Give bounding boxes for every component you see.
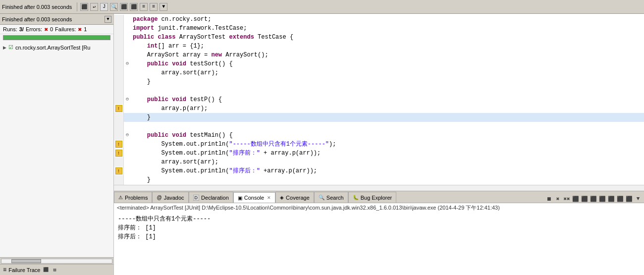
toolbar-icon-8[interactable]: ▼: [160, 3, 167, 11]
line-fold[interactable]: [124, 166, 131, 175]
line-gutter: [114, 33, 124, 42]
console-line-3: 排序后： [1]: [118, 232, 640, 241]
line-code: System.out.println("排序后：" +array.p(arr))…: [131, 166, 644, 175]
tabs-bar: ⚠ Problems @ Javadoc D Declaration ▣ Con…: [114, 191, 644, 203]
runs-label: Runs:: [3, 26, 17, 32]
toolbar-icon-7[interactable]: ≡: [150, 3, 158, 11]
line-fold[interactable]: [124, 149, 131, 158]
tab-action-4[interactable]: ⬛: [572, 195, 580, 203]
code-line: package cn.rocky.sort;: [114, 15, 644, 24]
line-gutter: [114, 184, 124, 185]
test-tree-item[interactable]: ▶ ☑ cn.rocky.sort.ArraySortTest [Ru: [0, 43, 113, 52]
toolbar-icon-1[interactable]: ⬛: [80, 3, 88, 11]
code-line: }: [114, 77, 644, 86]
list-icon: ≡: [3, 267, 6, 274]
test-icon: ☑: [8, 44, 13, 51]
line-fold[interactable]: [124, 184, 131, 185]
warning-icon: !: [115, 167, 122, 174]
toolbar-icon-java[interactable]: J: [100, 3, 108, 11]
line-code: ArraySort array = new ArraySort();: [131, 51, 644, 59]
line-fold[interactable]: [124, 175, 131, 184]
toolbar-icon-5[interactable]: ⬛: [130, 3, 138, 11]
runs-value: 3/: [19, 26, 24, 32]
tab-search[interactable]: 🔍 Search: [314, 192, 348, 203]
bottom-panel: ⚠ Problems @ Javadoc D Declaration ▣ Con…: [114, 191, 644, 275]
line-fold[interactable]: [124, 51, 131, 59]
code-line: array.sort(arr);: [114, 158, 644, 166]
line-fold[interactable]: [124, 15, 131, 24]
line-gutter: [114, 86, 124, 95]
line-code: [131, 122, 644, 131]
tab-problems[interactable]: ⚠ Problems: [114, 192, 152, 203]
main-area: Finished after 0.003 seconds ▼ Runs: 3/ …: [0, 14, 644, 275]
line-code: array.sort(arr);: [131, 158, 644, 166]
line-gutter: [114, 59, 124, 68]
line-fold[interactable]: [124, 42, 131, 51]
line-fold[interactable]: ⊖: [124, 95, 131, 104]
line-fold[interactable]: [124, 140, 131, 149]
left-scrollbar-area: [0, 257, 113, 264]
tab-action-6[interactable]: ⬛: [590, 195, 597, 203]
console-close-icon[interactable]: ✕: [267, 195, 271, 200]
line-fold[interactable]: [124, 77, 131, 86]
code-editor[interactable]: package cn.rocky.sort; import junit.fram…: [114, 14, 644, 185]
line-fold[interactable]: ⊖: [124, 59, 131, 68]
line-gutter: [114, 15, 124, 24]
tab-action-5[interactable]: ⬛: [581, 195, 589, 203]
tab-action-11[interactable]: ▼: [634, 195, 642, 203]
line-code: array.p(arr);: [131, 104, 644, 113]
line-fold[interactable]: [124, 158, 131, 166]
tab-coverage[interactable]: ◈ Coverage: [275, 192, 314, 203]
code-line: public class ArraySortTest extends TestC…: [114, 33, 644, 42]
toolbar-icon-3[interactable]: 🔍: [110, 3, 118, 11]
tab-action-7[interactable]: ⬛: [598, 195, 606, 203]
line-gutter: [114, 122, 124, 131]
line-fold[interactable]: [124, 104, 131, 113]
code-line: ! System.out.println("排序后：" +array.p(arr…: [114, 166, 644, 175]
line-fold[interactable]: [124, 86, 131, 95]
tab-action-1[interactable]: ⏹: [545, 195, 553, 203]
line-fold[interactable]: [124, 113, 131, 122]
bottom-bar-icon-2[interactable]: ▤: [51, 267, 58, 274]
bottom-bar-icon-1[interactable]: ⬛: [42, 267, 49, 274]
tab-bug-explorer[interactable]: 🐛 Bug Explorer: [348, 192, 397, 203]
h-scrollbar[interactable]: [1, 259, 112, 264]
tab-action-8[interactable]: ⬛: [607, 195, 615, 203]
code-line: ! array.p(arr);: [114, 104, 644, 113]
tab-action-3[interactable]: ✖✖: [563, 195, 571, 203]
tab-action-10[interactable]: ⬛: [625, 195, 633, 203]
code-line: array.sort(arr);: [114, 68, 644, 77]
collapse-btn[interactable]: ▼: [105, 16, 111, 23]
code-horizontal-scrollbar[interactable]: [114, 185, 644, 191]
toolbar-icon-2[interactable]: ↩: [90, 3, 98, 11]
failure-trace-label: Failure Trace: [8, 267, 40, 273]
tab-coverage-label: Coverage: [286, 195, 310, 201]
console-output: -----数组中只含有1个元素----- 排序前： [1] 排序后： [1]: [114, 213, 644, 275]
line-gutter-warning: !: [114, 104, 124, 113]
line-fold[interactable]: [124, 24, 131, 33]
line-gutter: [114, 77, 124, 86]
tab-action-9[interactable]: ⬛: [616, 195, 624, 203]
h-scrollbar-thumb[interactable]: [11, 259, 41, 263]
line-fold[interactable]: ⊖: [124, 131, 131, 140]
line-gutter-warning: !: [114, 166, 124, 175]
line-code: array.sort(arr);: [131, 68, 644, 77]
problems-icon: ⚠: [118, 195, 123, 200]
line-gutter: [114, 42, 124, 51]
line-fold[interactable]: [124, 122, 131, 131]
toolbar-icon-6[interactable]: ≡: [140, 3, 148, 11]
tab-javadoc[interactable]: @ Javadoc: [152, 192, 188, 203]
tab-declaration[interactable]: D Declaration: [189, 192, 233, 203]
toolbar-icon-4[interactable]: ⬛: [120, 3, 128, 11]
progress-bar-fill: [3, 36, 110, 40]
line-fold[interactable]: [124, 68, 131, 77]
line-code: public class ArraySortTest extends TestC…: [131, 33, 644, 42]
bug-explorer-icon: 🐛: [353, 195, 359, 200]
tab-action-2[interactable]: ✖: [554, 195, 562, 203]
tabs-right-icons: ⏹ ✖ ✖✖ ⬛ ⬛ ⬛ ⬛ ⬛ ⬛ ⬛ ▼: [543, 195, 644, 203]
status-text: Finished after 0.003 seconds: [2, 4, 72, 10]
javadoc-icon: @: [157, 195, 161, 200]
tab-console[interactable]: ▣ Console ✕: [233, 192, 275, 203]
code-line: }: [114, 184, 644, 185]
line-fold[interactable]: [124, 33, 131, 42]
